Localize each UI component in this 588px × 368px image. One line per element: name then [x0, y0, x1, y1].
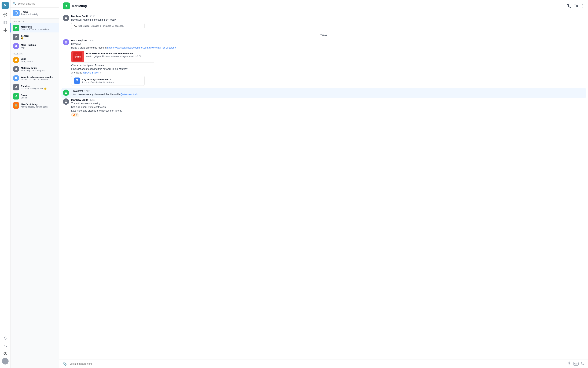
general-item-text: general 😎 — [21, 35, 29, 40]
sidebar-item-random[interactable]: # Random I've been waiting for this 😀 — [10, 83, 59, 92]
sidebar-item-newsletter[interactable]: Want to schedule our newsl... Want to sc… — [10, 74, 59, 83]
gif-icon[interactable]: GIF — [573, 362, 579, 366]
favorites-label: FAVORITES — [10, 18, 59, 23]
matthew-preview: Sure thing, send it my way — [21, 69, 46, 72]
task-title: Any ideas @David Bacon ? — [82, 78, 114, 81]
message-input[interactable] — [68, 362, 566, 365]
maksym-msg-text: Hm..we've already discussed this idea wi… — [73, 93, 585, 96]
marc-sender-name: Marc Hopkins — [71, 39, 87, 42]
call-ended-text: Call Ended. Duration 14 minutes 52 secon… — [78, 25, 124, 27]
matthew2-msg-header: Matthew Smith 17:03 — [71, 99, 585, 101]
reaction-badge[interactable]: 🔥 2 — [71, 113, 79, 117]
user-avatar-rail[interactable]: M — [1, 2, 9, 9]
julia-item-text: Julia Sure, thanks! — [21, 58, 33, 63]
matthew-item-text: Matthew Smith Sure thing, send it my way — [21, 67, 46, 72]
marc-item-text: Marc Hopkins Yep — [21, 44, 36, 49]
sidebar-item-general[interactable]: # general 😎 — [10, 32, 59, 42]
tasks-title: Tasks — [21, 10, 38, 13]
maksym-msg-time: 17:02 — [84, 90, 90, 92]
contacts-icon[interactable] — [2, 19, 9, 26]
phone-button[interactable] — [567, 4, 571, 8]
maksym-message-group: Maksym 17:02 Hm..we've already discussed… — [62, 88, 586, 98]
matthew-msg-body: Matthew Smith 15:40 Hey guys! Marketing … — [71, 15, 585, 29]
help-icon[interactable]: ⚽ — [2, 350, 9, 357]
messages-icon[interactable]: 💬 — [2, 11, 9, 18]
newsletter-preview: Want to schedule our newslet... — [21, 78, 51, 81]
reaction-count: 2 — [76, 114, 77, 116]
tasks-subtitle: Latest task activity — [21, 13, 38, 16]
svg-rect-11 — [574, 5, 577, 7]
video-button[interactable] — [574, 4, 578, 8]
svg-point-20 — [581, 362, 584, 365]
recents-label: RECENTS — [10, 51, 59, 55]
task-card-text: Any ideas @David Bacon ? Today at 17:40 … — [82, 78, 114, 83]
matthew-mention: @Matthew Smith — [120, 93, 139, 96]
add-icon[interactable]: ➕ — [2, 27, 9, 34]
sidebar-item-marketing[interactable]: # Marketing New card 'Guide on website o… — [10, 23, 59, 32]
sidebar-item-sales[interactable]: # Sales emma — [10, 92, 59, 101]
marketing-name: Marketing — [21, 26, 50, 28]
sidebar-item-marcs-birthday[interactable]: 🔒 Marc's birthday Marc's birthday coming… — [10, 101, 59, 110]
random-preview: I've been waiting for this 😀 — [21, 87, 47, 90]
newsletter-avatar — [13, 75, 19, 81]
marc-msg-body: Marc Hopkins 17:00 Hey guys Read a great… — [71, 39, 585, 86]
more-options-button[interactable] — [581, 4, 585, 8]
marc-msg-time: 17:00 — [89, 39, 94, 42]
chat-header: # Marketing — [59, 0, 588, 12]
chat-title: Marketing — [72, 4, 565, 8]
chat-messages: Matthew Smith 15:40 Hey guys! Marketing … — [59, 12, 588, 359]
random-channel-icon: # — [13, 84, 19, 91]
search-input[interactable] — [18, 2, 57, 5]
svg-point-8 — [16, 68, 17, 69]
maksym-sender-name: Maksym — [73, 90, 83, 92]
marc-preview: Yep — [21, 46, 36, 49]
user-profile-avatar[interactable] — [2, 358, 9, 365]
marc-msg-line1: Hey guys — [71, 42, 585, 46]
julia-name: Julia — [21, 58, 33, 60]
general-channel-icon: # — [13, 34, 19, 40]
svg-point-19 — [65, 100, 67, 101]
task-card[interactable]: Any ideas @David Bacon ? Today at 17:40 … — [71, 76, 145, 86]
sales-item-text: Sales emma — [21, 94, 27, 99]
maksym-msg-avatar — [63, 90, 69, 96]
svg-rect-17 — [76, 79, 78, 82]
sidebar: 🔍 Tasks Latest task activity FAVORITES #… — [10, 0, 59, 368]
svg-point-6 — [16, 45, 17, 46]
chat-input-bar: 📎 GIF — [59, 359, 588, 368]
svg-point-12 — [582, 5, 583, 5]
sidebar-item-matthew[interactable]: Matthew Smith Sure thing, send it my way — [10, 64, 59, 74]
link-preview-card[interactable]: How to Grow Your Email List How to Grow … — [71, 51, 155, 63]
birthday-name: Marc's birthday — [21, 103, 48, 106]
attachment-icon[interactable]: 📎 — [63, 362, 67, 366]
sidebar-item-julia[interactable]: Julia Sure, thanks! — [10, 55, 59, 64]
birthday-item-text: Marc's birthday Marc's birthday coming s… — [21, 103, 48, 108]
sidebar-item-marc-hopkins[interactable]: Marc Hopkins Yep — [10, 42, 59, 51]
matthew2-line2: Not sure about Pinterest though — [71, 105, 585, 109]
link-preview-content: How to Grow Your Email List With Pintere… — [84, 51, 145, 62]
article-link[interactable]: https://www.socialmediaexaminer.com/grow… — [107, 46, 176, 49]
message-group: Matthew Smith 15:40 Hey guys! Marketing … — [63, 15, 585, 29]
tasks-item[interactable]: Tasks Latest task activity — [10, 8, 59, 18]
svg-point-18 — [65, 92, 67, 93]
general-preview: 😎 — [21, 37, 29, 40]
marc-avatar — [13, 43, 19, 49]
tasks-text: Tasks Latest task activity — [21, 10, 38, 16]
task-meta: Today at 17:40 | Assigned to Maksym — [82, 81, 114, 83]
matthew-name: Matthew Smith — [21, 67, 46, 69]
svg-point-14 — [582, 7, 583, 8]
msg-header: Matthew Smith 15:40 — [71, 15, 585, 18]
svg-point-7 — [16, 59, 17, 60]
bell-icon[interactable] — [2, 335, 9, 341]
download-icon[interactable] — [2, 342, 9, 349]
emoji-icon[interactable] — [581, 361, 585, 366]
matthew2-line1: The article seems amazing — [71, 101, 585, 105]
marc-msg-line4: I thought about adopting this network in… — [71, 67, 585, 71]
matthew2-msg-time: 17:03 — [90, 99, 95, 101]
sales-preview: emma — [21, 97, 27, 99]
matthew-avatar — [13, 66, 19, 72]
msg-sender-name: Matthew Smith — [71, 15, 89, 18]
microphone-icon[interactable] — [567, 361, 571, 366]
matthew2-message-group: Matthew Smith 17:03 The article seems am… — [63, 99, 585, 117]
random-item-text: Random I've been waiting for this 😀 — [21, 85, 47, 90]
julia-avatar — [13, 57, 19, 63]
